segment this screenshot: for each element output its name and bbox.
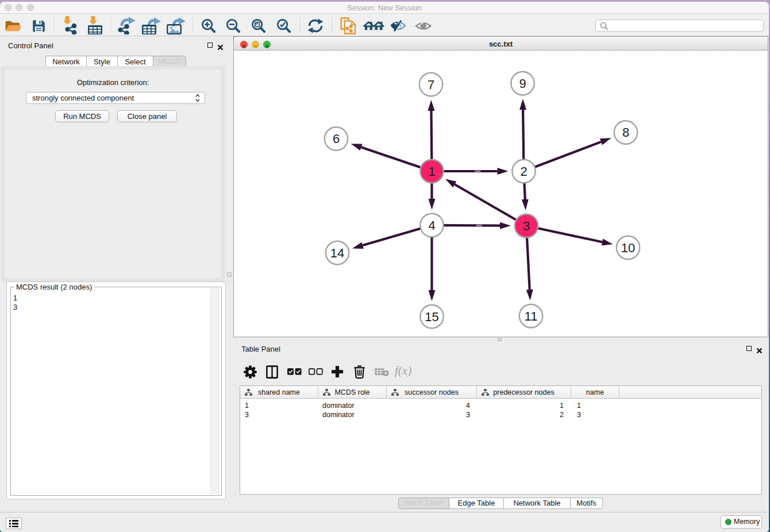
svg-text:8: 8 (622, 125, 629, 140)
svg-text:9: 9 (519, 76, 526, 91)
svg-text:10: 10 (621, 241, 635, 255)
svg-text:1: 1 (428, 164, 435, 179)
svg-text:7: 7 (428, 78, 434, 92)
svg-text:14: 14 (330, 246, 344, 260)
svg-text:11: 11 (525, 309, 538, 323)
svg-text:15: 15 (425, 310, 438, 324)
svg-text:2: 2 (520, 164, 527, 179)
svg-text:6: 6 (333, 132, 340, 146)
svg-text:4: 4 (428, 218, 435, 233)
svg-text:3: 3 (523, 219, 530, 233)
